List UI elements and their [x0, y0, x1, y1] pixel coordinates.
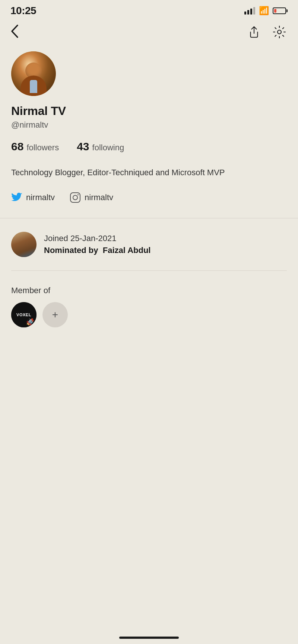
signal-icon [244, 7, 255, 15]
following-stat[interactable]: 43 following [77, 140, 124, 153]
nominated-by-name[interactable]: Faizal Abdul [103, 246, 151, 255]
twitter-link[interactable]: nirmaltv [11, 193, 55, 202]
status-bar: 10:25 📶 [0, 0, 298, 20]
avatar [11, 51, 56, 96]
joined-info: Joined 25-Jan-2021 Nominated by Faizal A… [44, 234, 150, 255]
status-time: 10:25 [10, 5, 36, 17]
status-icons: 📶 [244, 6, 288, 16]
settings-button[interactable] [271, 24, 288, 40]
voxel-icon: VOXEL 🚀 [11, 302, 37, 327]
home-indicator [119, 637, 179, 639]
following-label: following [92, 143, 124, 153]
follow-stats: 68 followers 43 following [11, 140, 287, 153]
followers-count: 68 [11, 140, 23, 153]
svg-rect-1 [70, 193, 80, 202]
member-groups: VOXEL 🚀 + [11, 302, 287, 327]
svg-point-2 [73, 195, 77, 200]
joined-date: Joined 25-Jan-2021 [44, 234, 150, 243]
svg-point-3 [77, 194, 79, 195]
share-button[interactable] [246, 24, 262, 40]
twitter-handle: nirmaltv [26, 193, 55, 202]
battery-icon [273, 7, 288, 14]
divider-1 [0, 218, 298, 218]
back-button[interactable] [10, 24, 19, 40]
followers-stat[interactable]: 68 followers [11, 140, 59, 153]
group-voxel[interactable]: VOXEL 🚀 [11, 302, 37, 327]
add-group-button[interactable]: + [42, 302, 68, 327]
member-of-label: Member of [11, 286, 287, 295]
twitter-icon [11, 193, 22, 202]
nominator-avatar[interactable] [11, 232, 37, 257]
nominated-by-prefix: Nominated by [44, 246, 98, 255]
member-section: Member of VOXEL 🚀 + [11, 286, 287, 327]
following-count: 43 [77, 140, 89, 153]
profile-bio: Technology Blogger, Editor-Techniqued an… [11, 166, 287, 179]
joined-section: Joined 25-Jan-2021 Nominated by Faizal A… [11, 232, 287, 271]
nominated-by: Nominated by Faizal Abdul [44, 246, 150, 255]
instagram-link[interactable]: nirmaltv [70, 192, 113, 203]
social-links: nirmaltv nirmaltv [11, 192, 287, 203]
profile-content: Nirmal TV @nirmaltv 68 followers 43 foll… [0, 48, 298, 353]
header-nav [0, 20, 298, 48]
instagram-icon [70, 192, 81, 203]
profile-handle: @nirmaltv [11, 120, 287, 130]
header-actions [246, 24, 288, 40]
followers-label: followers [26, 143, 59, 153]
profile-name: Nirmal TV [11, 104, 287, 118]
instagram-handle: nirmaltv [85, 193, 113, 202]
wifi-icon: 📶 [259, 6, 269, 16]
svg-point-0 [278, 30, 281, 34]
